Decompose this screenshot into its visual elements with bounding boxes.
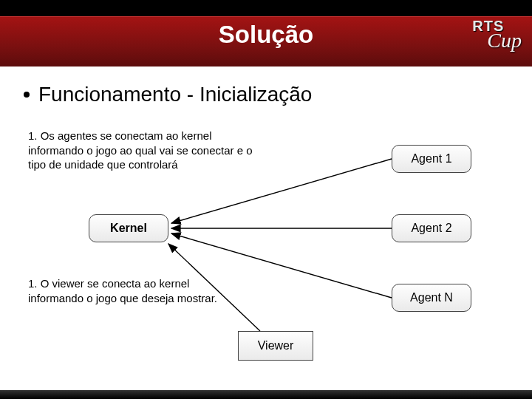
bullet-icon xyxy=(24,92,30,98)
viewer-label: Viewer xyxy=(258,339,294,352)
note-viewer: 1. O viewer se conecta ao kernel informa… xyxy=(28,276,220,305)
box-kernel: Kernel xyxy=(89,214,168,242)
agentn-label: Agent N xyxy=(410,291,453,304)
slide-title: Solução xyxy=(0,21,532,49)
agent1-label: Agent 1 xyxy=(411,152,451,166)
slide-header: Solução RTS Cup xyxy=(0,0,532,66)
box-agent-1: Agent 1 xyxy=(392,145,471,173)
subheading-text: Funcionamento - Inicialização xyxy=(38,83,312,106)
kernel-label: Kernel xyxy=(110,222,147,235)
footer-bar xyxy=(0,390,532,399)
box-agent-n: Agent N xyxy=(392,284,471,312)
box-agent-2: Agent 2 xyxy=(392,214,471,242)
subheading-row: Funcionamento - Inicialização xyxy=(24,83,508,106)
diagram-area: 1. Os agentes se conectam ao kernel info… xyxy=(24,117,508,368)
slide-content: Funcionamento - Inicialização 1. Os agen… xyxy=(0,66,532,392)
note-agents: 1. Os agentes se conectam ao kernel info… xyxy=(28,129,257,172)
box-viewer: Viewer xyxy=(238,331,313,361)
agent2-label: Agent 2 xyxy=(411,222,451,235)
